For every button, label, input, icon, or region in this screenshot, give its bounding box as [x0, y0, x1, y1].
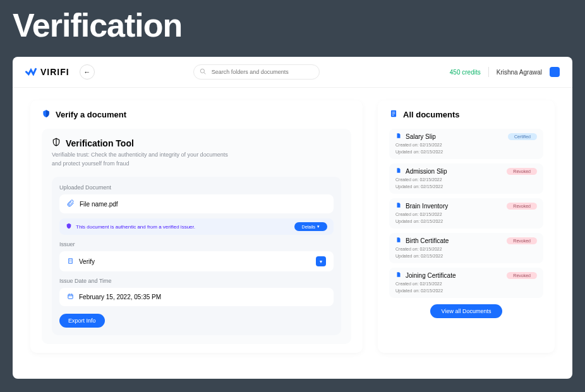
- attachment-icon: [67, 199, 75, 208]
- tool-inner: Uploaded Document File name.pdf This doc…: [52, 177, 341, 335]
- issuer-label: Issuer: [59, 241, 334, 247]
- view-all-button[interactable]: View all Documents: [430, 304, 503, 318]
- issuer-field[interactable]: Verify ▾: [59, 251, 334, 271]
- document-meta: Created on: 02/15/2022Updated on: 02/15/…: [395, 142, 537, 155]
- username: Krishna Agrawal: [497, 69, 542, 76]
- svg-rect-4: [71, 259, 71, 260]
- file-icon: [395, 271, 402, 279]
- status-badge: Revoked: [507, 237, 537, 244]
- uploaded-label: Uploaded Document: [59, 184, 334, 191]
- topbar: VIRIFI ← 450 credits Krishna Agrawal: [13, 57, 572, 88]
- svg-rect-2: [69, 258, 73, 263]
- document-item[interactable]: Birth CertificateRevokedCreated on: 02/1…: [389, 233, 543, 263]
- avatar[interactable]: [550, 67, 560, 77]
- date-label: Issue Date and Time: [59, 278, 334, 284]
- logo-icon: [25, 66, 37, 79]
- uploaded-file-field[interactable]: File name.pdf: [59, 194, 334, 213]
- issuer-dropdown[interactable]: ▾: [316, 256, 326, 266]
- chevron-down-icon: ▾: [320, 259, 322, 264]
- document-item[interactable]: Brain InventoryRevokedCreated on: 02/15/…: [389, 198, 543, 229]
- content: Verify a document Verification Tool Veri…: [13, 88, 572, 365]
- file-icon: [395, 202, 402, 210]
- chevron-down-icon: ▾: [317, 224, 320, 229]
- arrow-left-icon: ←: [83, 68, 90, 76]
- status-badge: Revoked: [507, 203, 537, 210]
- document-name: Brain Inventory: [406, 203, 448, 210]
- details-label: Details: [302, 225, 315, 229]
- topbar-right: 450 credits Krishna Agrawal: [450, 67, 560, 77]
- document-name: Birth Certificate: [406, 237, 449, 244]
- shield-icon: [42, 109, 51, 120]
- search-icon: [200, 68, 206, 76]
- verification-tool: Verification Tool Verifiable trust: Chec…: [42, 129, 351, 344]
- tool-title-text: Verification Tool: [66, 138, 134, 148]
- document-meta: Created on: 02/15/2022Updated on: 02/15/…: [395, 246, 537, 259]
- status-badge: Revoked: [507, 272, 537, 279]
- shield-outline-icon: [52, 138, 61, 148]
- verify-card: Verify a document Verification Tool Veri…: [30, 100, 363, 353]
- calendar-icon: [67, 293, 74, 301]
- document-item[interactable]: Admission SlipRevokedCreated on: 02/15/2…: [389, 163, 543, 194]
- building-icon: [67, 258, 74, 266]
- date-value: February 15, 2022, 05:35 PM: [79, 294, 161, 300]
- verification-message: This document is authentic and from a ve…: [59, 218, 334, 235]
- search-wrap: [193, 64, 320, 80]
- svg-rect-5: [69, 261, 70, 261]
- export-button[interactable]: Export Info: [59, 314, 105, 328]
- file-icon: [395, 237, 402, 244]
- app-container: VIRIFI ← 450 credits Krishna Agrawal Ver…: [13, 57, 572, 379]
- document-name: Admission Slip: [406, 168, 447, 175]
- file-icon: [395, 133, 402, 140]
- file-icon: [395, 167, 402, 175]
- verify-title-text: Verify a document: [56, 110, 126, 119]
- document-icon: [389, 109, 398, 120]
- document-meta: Created on: 02/15/2022Updated on: 02/15/…: [395, 281, 537, 294]
- document-name: Joining Certificate: [406, 272, 455, 279]
- document-meta: Created on: 02/15/2022Updated on: 02/15/…: [395, 177, 537, 190]
- credits-label: 450 credits: [450, 69, 481, 76]
- document-item[interactable]: Joining CertificateRevokedCreated on: 02…: [389, 268, 543, 298]
- svg-line-1: [204, 73, 206, 74]
- document-name: Salary Slip: [406, 133, 436, 140]
- status-badge: Revoked: [507, 168, 537, 175]
- verify-card-title: Verify a document: [42, 109, 351, 120]
- shield-check-icon: [66, 223, 72, 230]
- page-heading: Verification: [0, 0, 585, 57]
- document-item[interactable]: Salary SlipCertifiedCreated on: 02/15/20…: [389, 129, 543, 159]
- documents-card: All documents Salary SlipCertifiedCreate…: [378, 100, 555, 353]
- documents-title-text: All documents: [403, 110, 460, 119]
- documents-list: Salary SlipCertifiedCreated on: 02/15/20…: [389, 129, 543, 298]
- brand-text: VIRIFI: [40, 67, 69, 77]
- status-badge: Certified: [508, 133, 537, 140]
- svg-rect-7: [68, 294, 73, 299]
- tool-title: Verification Tool: [52, 138, 341, 148]
- details-button[interactable]: Details ▾: [294, 222, 327, 231]
- svg-rect-3: [69, 259, 70, 260]
- documents-title: All documents: [389, 109, 543, 120]
- document-meta: Created on: 02/15/2022Updated on: 02/15/…: [395, 211, 537, 225]
- back-button[interactable]: ←: [80, 64, 95, 80]
- brand-logo[interactable]: VIRIFI: [25, 66, 69, 79]
- verify-msg-text: This document is authentic and from a ve…: [76, 224, 291, 230]
- tool-description: Verifiable trust: Check the authenticity…: [52, 151, 229, 168]
- svg-rect-6: [71, 261, 71, 261]
- divider: [488, 67, 489, 77]
- svg-point-0: [200, 69, 204, 73]
- file-name: File name.pdf: [80, 201, 118, 208]
- search-input[interactable]: [193, 64, 320, 80]
- issuer-value: Verify: [79, 258, 95, 265]
- date-field: February 15, 2022, 05:35 PM: [59, 288, 334, 306]
